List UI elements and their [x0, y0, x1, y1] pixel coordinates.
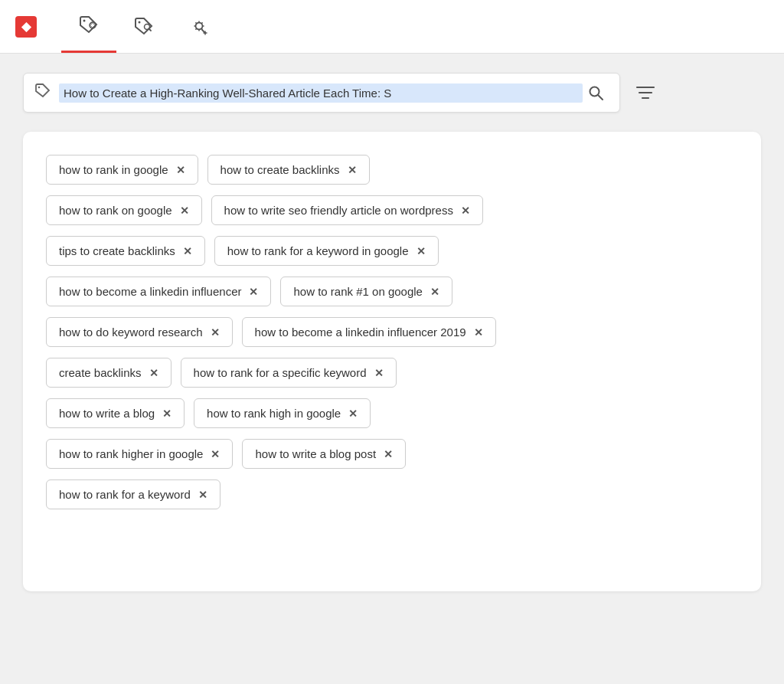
tags-row: create backlinks✕how to rank for a speci… — [46, 358, 738, 388]
tag-chip[interactable]: create backlinks✕ — [46, 358, 172, 388]
nav-tabs — [61, 0, 227, 53]
tag-chip[interactable]: how to rank high in google✕ — [194, 398, 371, 428]
filter-button[interactable] — [631, 80, 660, 106]
search-area — [0, 54, 784, 132]
tab-tag-extractor[interactable] — [116, 0, 172, 53]
tag-text: how to rank for a keyword in google — [227, 244, 409, 257]
search-button[interactable] — [583, 81, 609, 104]
tag-chip[interactable]: how to become a linkedin influencer 2019… — [242, 317, 496, 347]
tag-chip[interactable]: how to rank in google✕ — [46, 155, 198, 185]
tag-remove-button[interactable]: ✕ — [176, 164, 185, 176]
tag-chip[interactable]: how to rank for a specific keyword✕ — [181, 358, 397, 388]
tab-tag-generator[interactable] — [61, 0, 116, 53]
tag-chip[interactable]: how to write a blog post✕ — [242, 439, 406, 469]
tag-text: how to become a linkedin influencer — [59, 285, 241, 298]
tags-row: how to rank for a keyword✕ — [46, 479, 738, 509]
tag-text: tips to create backlinks — [59, 244, 175, 257]
tag-chip[interactable]: how to rank on google✕ — [46, 195, 202, 225]
tag-text: how to rank high in google — [207, 407, 341, 420]
tag-search-icon — [133, 16, 155, 38]
svg-line-11 — [598, 95, 603, 100]
svg-point-2 — [139, 21, 141, 23]
tag-remove-button[interactable]: ✕ — [348, 407, 358, 420]
tag-chip[interactable]: how to create backlinks✕ — [207, 155, 370, 185]
tag-text: how to do keyword research — [59, 326, 203, 339]
tag-text: how to write a blog post — [255, 447, 376, 460]
tag-text: how to rank for a keyword — [59, 488, 191, 501]
tag-remove-button[interactable]: ✕ — [416, 245, 426, 257]
tag-remove-button[interactable]: ✕ — [461, 205, 470, 217]
tag-gear-icon — [78, 15, 100, 36]
tag-chip[interactable]: how to rank for a keyword✕ — [46, 479, 220, 509]
gear-search-icon — [188, 16, 210, 38]
svg-point-0 — [83, 20, 86, 22]
tag-text: how to rank for a specific keyword — [194, 366, 367, 379]
tag-chip[interactable]: tips to create backlinks✕ — [46, 236, 205, 266]
tag-chip[interactable]: how to write a blog✕ — [46, 398, 185, 428]
tag-text: how to create backlinks — [220, 163, 340, 176]
logo[interactable]: ◆ — [15, 16, 38, 38]
search-box — [23, 73, 620, 113]
tag-remove-button[interactable]: ✕ — [348, 164, 357, 176]
tag-remove-button[interactable]: ✕ — [183, 245, 192, 257]
tab-tag-search[interactable] — [172, 0, 227, 53]
logo-icon: ◆ — [15, 16, 37, 38]
tags-row: how to rank on google✕how to write seo f… — [46, 195, 738, 225]
tags-row: how to become a linkedin influencer✕how … — [46, 277, 738, 306]
tag-chip[interactable]: how to do keyword research✕ — [46, 317, 233, 347]
header: ◆ — [0, 0, 784, 54]
search-input[interactable] — [59, 83, 583, 103]
tag-text: how to become a linkedin influencer 2019 — [255, 326, 466, 339]
tags-row: how to write a blog✕how to rank high in … — [46, 398, 738, 428]
tag-chip[interactable]: how to rank higher in google✕ — [46, 439, 233, 469]
tag-chip[interactable]: how to become a linkedin influencer✕ — [46, 277, 271, 306]
filter-icon — [635, 84, 655, 101]
tag-remove-button[interactable]: ✕ — [149, 367, 158, 379]
tag-text: how to rank higher in google — [59, 447, 203, 460]
tag-remove-button[interactable]: ✕ — [180, 205, 189, 217]
tag-remove-button[interactable]: ✕ — [249, 286, 258, 298]
tag-text: create backlinks — [59, 366, 142, 379]
tag-remove-button[interactable]: ✕ — [162, 407, 172, 420]
tag-chip[interactable]: how to rank for a keyword in google✕ — [214, 236, 439, 266]
tags-grid: how to rank in google✕how to create back… — [46, 155, 738, 520]
tags-row: how to do keyword research✕how to become… — [46, 317, 738, 347]
tags-container: how to rank in google✕how to create back… — [23, 132, 761, 591]
search-tag-icon — [34, 83, 51, 103]
tags-row: tips to create backlinks✕how to rank for… — [46, 236, 738, 266]
tag-text: how to rank in google — [59, 163, 168, 176]
tag-remove-button[interactable]: ✕ — [430, 286, 439, 298]
tag-text: how to rank #1 on google — [293, 285, 422, 298]
tags-row: how to rank in google✕how to create back… — [46, 155, 738, 185]
tag-chip[interactable]: how to rank #1 on google✕ — [280, 277, 452, 306]
tag-remove-button[interactable]: ✕ — [211, 448, 220, 460]
tag-text: how to write seo friendly article on wor… — [224, 204, 453, 217]
tag-text: how to write a blog — [59, 407, 155, 420]
tag-remove-button[interactable]: ✕ — [384, 448, 393, 460]
tag-text: how to rank on google — [59, 204, 172, 217]
tag-remove-button[interactable]: ✕ — [474, 326, 483, 339]
tag-remove-button[interactable]: ✕ — [374, 367, 384, 379]
tags-row: how to rank higher in google✕how to writ… — [46, 439, 738, 469]
search-icon — [587, 84, 604, 101]
svg-point-9 — [38, 86, 41, 88]
tag-remove-button[interactable]: ✕ — [211, 326, 220, 339]
tag-remove-button[interactable]: ✕ — [198, 489, 207, 501]
tag-chip[interactable]: how to write seo friendly article on wor… — [211, 195, 483, 225]
svg-line-4 — [149, 28, 152, 31]
